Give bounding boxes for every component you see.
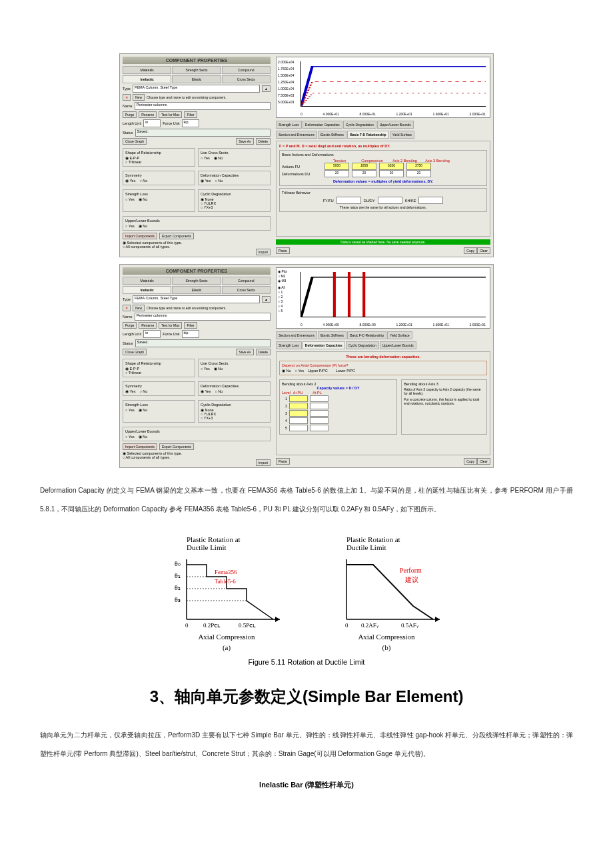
- filter-button[interactable]: Filter: [184, 322, 197, 329]
- rename-button[interactable]: Rename: [139, 322, 157, 329]
- rename-button[interactable]: Rename: [139, 111, 157, 118]
- purge-button[interactable]: Purge: [123, 111, 137, 118]
- saveas-button[interactable]: Save As: [236, 349, 253, 355]
- name-input[interactable]: Perimeter columns: [135, 102, 271, 110]
- radio-defcap-yes[interactable]: ◉ Yes: [201, 389, 211, 393]
- radio-defcap-no[interactable]: ○ No: [215, 389, 223, 393]
- new-button[interactable]: New: [133, 305, 145, 311]
- tab-upper-lower-bounds[interactable]: Upper/Lower Bounds: [380, 341, 416, 349]
- tab-deformation-capacities[interactable]: Deformation Capacities: [303, 121, 342, 129]
- cap-3-pu[interactable]: [289, 410, 308, 417]
- export-button[interactable]: Export Components: [159, 233, 194, 239]
- filter-button[interactable]: Filter: [184, 111, 197, 118]
- tab-strength-loss[interactable]: Strength Loss: [276, 341, 302, 349]
- tab-strength-loss[interactable]: Strength Loss: [276, 121, 302, 129]
- radio-import-all[interactable]: ○ All components of all types.: [123, 455, 271, 459]
- fu-axis2[interactable]: 6356: [379, 163, 404, 170]
- cap-1-pu[interactable]: [289, 395, 308, 402]
- type-select[interactable]: FEMA Column, Steel Type: [133, 295, 260, 303]
- tab-cross-sects[interactable]: Cross Sects: [222, 75, 271, 83]
- purge-button[interactable]: Purge: [123, 322, 137, 329]
- radio-usecross-yes[interactable]: ○ Yes: [201, 156, 210, 160]
- export-button[interactable]: Export Components: [159, 443, 194, 450]
- x-icon[interactable]: ✕: [123, 305, 131, 311]
- tab-basic-fd[interactable]: Basic F-D Relationship: [347, 131, 388, 139]
- tab-section-dimensions[interactable]: Section and Dimensions: [276, 131, 317, 139]
- import-action-button[interactable]: Import: [256, 249, 271, 255]
- tab-section-dimensions[interactable]: Section and Dimensions: [276, 331, 317, 339]
- radio-depend-no[interactable]: ◉ No: [282, 369, 291, 373]
- kh-ke[interactable]: [418, 197, 443, 204]
- radio-trilinear[interactable]: ○ Trilinear: [125, 160, 141, 164]
- delete-button[interactable]: Delete: [256, 138, 271, 145]
- new-button[interactable]: New: [133, 94, 145, 101]
- import-button[interactable]: Import Components: [123, 233, 157, 239]
- type-up-icon[interactable]: ▲: [262, 85, 271, 92]
- tab-elastic[interactable]: Elastic: [172, 75, 221, 83]
- fu-compression[interactable]: 1858: [352, 163, 376, 170]
- radio-usecross-no[interactable]: ◉ No: [214, 367, 223, 371]
- fy-fu[interactable]: [336, 197, 361, 204]
- radio-sym-no[interactable]: ○ No: [139, 389, 147, 393]
- tab-cross-sects[interactable]: Cross Sects: [222, 286, 271, 294]
- cap-3-pl[interactable]: [310, 410, 328, 417]
- cap-5-pl[interactable]: [310, 425, 328, 431]
- import-button[interactable]: Import Components: [123, 443, 157, 450]
- tab-yield-surface[interactable]: Yield Surface: [390, 131, 415, 139]
- cap-4-pl[interactable]: [310, 417, 328, 424]
- cap-2-pu[interactable]: [289, 403, 308, 409]
- clear-button[interactable]: Clear: [477, 458, 490, 465]
- tab-strength-sects[interactable]: Strength Sects: [172, 66, 221, 74]
- tab-yield-surface[interactable]: Yield Surface: [387, 331, 412, 339]
- close-graph-button[interactable]: Close Graph: [123, 349, 147, 355]
- radio-defcap-yes[interactable]: ◉ Yes: [201, 179, 211, 183]
- saveas-button[interactable]: Save As: [236, 138, 253, 145]
- cap-4-pu[interactable]: [289, 417, 308, 424]
- radio-import-all[interactable]: ○ All components of all types.: [123, 245, 271, 249]
- textmax-button[interactable]: Text for Max: [159, 111, 182, 118]
- paste-button[interactable]: Paste: [276, 247, 290, 254]
- copy-button[interactable]: Copy: [464, 458, 477, 465]
- radio-defcap-no[interactable]: ○ No: [215, 179, 223, 183]
- radio-ul-no[interactable]: ◉ No: [139, 435, 148, 439]
- tab-elastic-stiffness[interactable]: Elastic Stiffness: [318, 331, 346, 339]
- tab-cyclic-degradation[interactable]: Cyclic Degradation: [346, 341, 379, 349]
- delete-button[interactable]: Delete: [256, 349, 271, 355]
- type-select[interactable]: FEMA Column, Steel Type: [133, 85, 260, 93]
- tab-deformation-capacities[interactable]: Deformation Capacities: [303, 341, 345, 349]
- radio-sl-no[interactable]: ◉ No: [139, 197, 148, 201]
- tab-compound[interactable]: Compound: [222, 277, 271, 285]
- radio-sl-no[interactable]: ◉ No: [139, 408, 148, 412]
- radio-sym-yes[interactable]: ◉ Yes: [125, 179, 135, 183]
- tab-elastic[interactable]: Elastic: [172, 286, 221, 294]
- cap-1-pl[interactable]: [310, 395, 328, 402]
- tab-compound[interactable]: Compound: [222, 66, 271, 74]
- radio-cyc-yx3[interactable]: ○ YX+3: [201, 416, 213, 420]
- textmax-button[interactable]: Text for Max: [159, 322, 182, 329]
- radio-ul-yes[interactable]: ○ Yes: [125, 224, 135, 228]
- du-axis3[interactable]: 20: [406, 170, 431, 177]
- radio-trilinear[interactable]: ○ Trilinear: [125, 371, 141, 375]
- close-graph-button[interactable]: Close Graph: [123, 138, 147, 145]
- tab-inelastic[interactable]: Inelastic: [123, 75, 171, 83]
- tab-inelastic[interactable]: Inelastic: [123, 286, 171, 294]
- du-dy[interactable]: [378, 197, 402, 204]
- x-icon[interactable]: ✕: [123, 94, 131, 101]
- tab-basic-fd[interactable]: Basic F-D Relationship: [347, 331, 386, 339]
- radio-usecross-no[interactable]: ◉ No: [214, 156, 223, 160]
- du-tension[interactable]: 20: [324, 170, 349, 177]
- type-up-icon[interactable]: ▲: [262, 296, 271, 303]
- name-input[interactable]: Perimeter columns: [135, 313, 271, 321]
- du-compression[interactable]: 20: [352, 170, 376, 177]
- clear-button[interactable]: Clear: [477, 247, 490, 254]
- radio-ul-no[interactable]: ◉ No: [139, 224, 148, 228]
- paste-button[interactable]: Paste: [276, 458, 290, 465]
- fu-axis3[interactable]: 3750: [406, 163, 431, 170]
- copy-button[interactable]: Copy: [464, 247, 477, 254]
- import-action-button[interactable]: Import: [256, 459, 271, 466]
- radio-usecross-yes[interactable]: ○ Yes: [201, 367, 210, 371]
- radio-sl-yes[interactable]: ○ Yes: [125, 408, 135, 412]
- tab-cyclic-degradation[interactable]: Cyclic Degradation: [343, 121, 376, 129]
- tab-elastic-stiffness[interactable]: Elastic Stiffness: [318, 131, 346, 139]
- tab-materials[interactable]: Materials: [123, 277, 171, 285]
